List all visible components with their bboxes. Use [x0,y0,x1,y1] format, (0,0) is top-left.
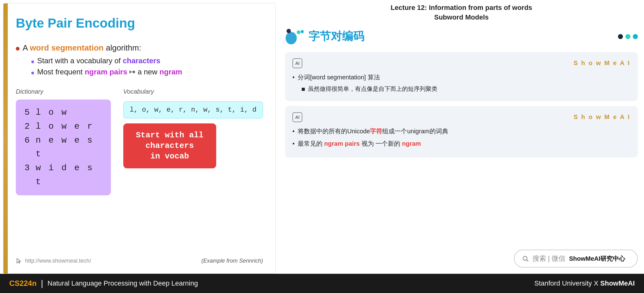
vocab-section: Vocabulary l, o, w, e, r, n, w, s, t, i,… [123,88,263,168]
card-1-square-bullet [302,88,305,91]
dots-row [618,34,638,39]
slide-title: Byte Pair Encoding [16,16,263,31]
bottom-right: Stanford University X ShowMeAI [534,279,635,287]
slide-url: http://www.showmeai.tech/ [16,257,91,264]
svg-point-4 [523,256,527,260]
card-2-bullet-2-text: 最常见的 ngram pairs 视为 一个新的 ngram [298,139,421,148]
chinese-title-row: 字节对编码 [285,27,638,46]
chinese-title: 字节对编码 [309,29,364,44]
bottom-bar: CS224n | Natural Language Processing wit… [0,274,644,293]
zifu-highlight: 字符 [370,128,382,135]
dict-section: Dictionary 5 l o w 2 l o w e r 6 [16,88,111,195]
card-1: AI S h o w M e A I • 分词[word segmentatio… [285,52,638,101]
card-1-bullet-1-text: 分词[word segmentation] 算法 [298,73,380,82]
dict-box: 5 l o w 2 l o w e r 6 n e w e s t 3 [16,100,111,195]
slide-left-bar [3,3,8,273]
word-seg-highlight: word segmentation [30,43,103,52]
card2-ngram-pairs-highlight: ngram pairs [324,140,360,147]
dict-num-4: 3 [24,161,31,189]
dict-num-2: 2 [24,120,31,134]
search-divider: 搜索 | 微信 [532,254,565,263]
card-2-ai-label: AI [295,115,300,120]
svg-point-2 [297,30,300,34]
search-brand: ShowMeAI研究中心 [569,255,625,263]
svg-point-0 [286,32,297,44]
bottom-divider: | [41,278,43,288]
svg-point-3 [301,30,304,33]
card-2-bullet-1-text: 将数据中的所有的Unicode字符组成一个unigram的词典 [298,127,448,136]
dot-1 [618,34,623,39]
card-1-sub-1-text: 虽然做得很简单，有点像是自下而上的短序列聚类 [308,85,437,93]
stanford-text: Stanford University [534,279,592,287]
cursor-icon [16,257,23,264]
card-2-brand: S h o w M e A I [573,113,630,121]
dict-word-1: l o w [36,106,68,120]
card-1-header: AI S h o w M e A I [292,58,630,68]
sub-bullet-2: Most frequent ngram pairs ↦ a new ngram [31,68,263,76]
vocab-chars-box: l, o, w, e, r, n, w, s, t, i, d [123,101,263,118]
sub-bullet-dot-1 [31,60,34,63]
dict-row-1: 5 l o w [24,106,102,120]
url-text: http://www.showmeai.tech/ [25,258,91,264]
card-1-ai-label: AI [295,61,300,66]
card-1-brand: S h o w M e A I [573,60,630,67]
ngram-pairs-highlight: ngram pairs [85,68,127,76]
dict-word-2: l o w e r [36,120,94,134]
card2-ngram-highlight: ngram [402,140,421,147]
bottom-left: CS224n | Natural Language Processing wit… [9,278,198,288]
showmeai-brand: ShowMeAI [600,279,635,287]
slide-panel: Byte Pair Encoding A word segmentation a… [3,3,276,274]
vocab-label: Vocabulary [123,88,263,95]
bottom-subtitle: Natural Language Processing with Deep Le… [47,279,198,287]
main-bullet: A word segmentation algorithm: [16,43,263,53]
x-separator: X [594,279,600,287]
bullet-dot [16,47,20,51]
card-2-bullet-2: • 最常见的 ngram pairs 视为 一个新的 ngram [292,139,630,148]
card-1-sub-1: 虽然做得很简单，有点像是自下而上的短序列聚类 [302,85,630,93]
card-2-header: AI S h o w M e A I [292,112,630,122]
sub-bullet-dot-2 [31,72,34,74]
slide-footer: http://www.showmeai.tech/ (Example from … [16,251,263,264]
ngram-highlight: ngram [160,68,182,76]
card-2: AI S h o w M e A I • 将数据中的所有的Unicode字符组成… [285,106,638,158]
card-1-bullet-dot: • [292,73,295,82]
cs224n-label: CS224n [9,279,37,288]
lecture-title-line1: Lecture 12: Information from parts of wo… [391,4,532,11]
dict-row-3: 6 n e w e s t [24,134,102,162]
sub-bullet-1-text: Start with a vocabulary of characters [37,56,160,65]
card-1-bullet-1: • 分词[word segmentation] 算法 [292,73,630,82]
start-vocab-button: Start with all charactersin vocab [123,123,216,168]
sub-bullet-1: Start with a vocabulary of characters [31,56,263,65]
example-note: (Example from Sennrich) [201,258,263,264]
dict-table: 5 l o w 2 l o w e r 6 n e w e s t 3 [24,106,102,189]
search-bar[interactable]: 搜索 | 微信 ShowMeAI研究中心 [514,250,638,268]
svg-line-5 [527,260,528,261]
lecture-title-line2: Subword Models [434,13,489,21]
card-2-bullet-dot-2: • [292,139,295,148]
section-icon [285,27,304,46]
right-panel: Lecture 12: Information from parts of wo… [279,0,644,274]
dict-row-4: 3 w i d e s t [24,161,102,189]
dict-num-3: 6 [24,134,31,162]
dict-num-1: 5 [24,106,31,120]
card-2-bullet-1: • 将数据中的所有的Unicode字符组成一个unigram的词典 [292,127,630,136]
sub-bullet-2-text: Most frequent ngram pairs ↦ a new ngram [37,68,182,76]
characters-highlight: characters [123,56,160,65]
main-bullet-text: A word segmentation algorithm: [23,43,141,53]
dict-word-4: w i d e s t [36,161,102,189]
sub-bullets: Start with a vocabulary of characters Mo… [31,56,263,79]
dot-2 [625,34,630,39]
dict-label: Dictionary [16,88,111,95]
lecture-title: Lecture 12: Information from parts of wo… [285,3,638,22]
card-1-ai-icon: AI [292,58,302,68]
examples-area: Dictionary 5 l o w 2 l o w e r 6 [16,88,263,195]
dot-3 [633,34,638,39]
search-icon [522,255,529,262]
dict-row-2: 2 l o w e r [24,120,102,134]
card-2-ai-icon: AI [292,112,302,122]
svg-point-1 [287,29,291,33]
dict-word-3: n e w e s t [36,134,102,162]
card-2-bullet-dot-1: • [292,127,295,136]
